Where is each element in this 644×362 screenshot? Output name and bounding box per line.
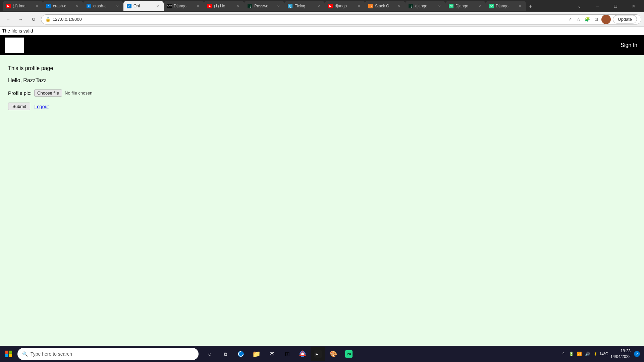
tab-label-10: Stack O	[375, 4, 394, 8]
tab-favicon-6: ▶	[207, 4, 212, 8]
browser-tab-2[interactable]: e crash-c ✕	[43, 1, 83, 11]
url-text: 127.0.0.1:8000	[53, 17, 82, 22]
window-controls: ⌄ ─ □ ✕	[572, 1, 641, 11]
browser-tab-8[interactable]: Q Fixing ✕	[284, 1, 325, 11]
tray-chevron[interactable]: ^	[560, 351, 567, 357]
profile-pic-label: Profile pic:	[8, 90, 32, 96]
tab-favicon-11: dj	[409, 4, 413, 8]
page-content: The file is valid Sign In This is profil…	[0, 27, 644, 346]
tab-close-3[interactable]: ✕	[115, 3, 120, 9]
update-button[interactable]: Update	[613, 15, 637, 23]
favorites-icon[interactable]: ☆	[575, 16, 582, 23]
share-icon[interactable]: ↗	[567, 16, 573, 23]
tab-close-7[interactable]: ✕	[276, 3, 281, 9]
browser-tab-4[interactable]: e Oni ✕	[123, 1, 164, 11]
tray-weather-temp: 14°C	[600, 351, 607, 357]
tab-label-5: Django	[174, 4, 193, 8]
taskbar-pycharm[interactable]: PC	[341, 347, 356, 361]
browser-tab-3[interactable]: e crash-c ✕	[83, 1, 123, 11]
tabs-row: ▶ (1) Ima ✕ e crash-c ✕ e crash-c ✕ e On…	[3, 1, 571, 11]
taskbar-edge-app[interactable]	[233, 347, 248, 361]
tab-favicon-4: e	[127, 4, 131, 8]
taskbar-search[interactable]: 🔍 Type here to search	[17, 348, 199, 360]
tab-label-13: Django	[496, 4, 515, 8]
tab-close-2[interactable]: ✕	[74, 3, 80, 9]
profile-pic-row: Profile pic: Choose file No file chosen	[8, 89, 636, 97]
profile-avatar[interactable]	[601, 15, 611, 24]
tab-favicon-8: Q	[288, 4, 292, 8]
browser-tab-7[interactable]: dj Passwo ✕	[244, 1, 284, 11]
site-logo	[5, 38, 24, 53]
tray-volume[interactable]: 🔊	[584, 351, 591, 357]
browser-tab-11[interactable]: dj django ✕	[405, 1, 445, 11]
tab-close-4[interactable]: ✕	[155, 3, 160, 9]
tray-clock[interactable]: 19:23 14/04/2022	[608, 348, 633, 360]
protocol-icon: 🔒	[45, 17, 51, 22]
svg-rect-0	[5, 351, 8, 354]
minimize-button[interactable]: ─	[590, 1, 605, 11]
taskbar-paint[interactable]: 🎨	[326, 347, 341, 361]
site-navbar: Sign In	[0, 35, 644, 55]
tab-label-4: Oni	[133, 4, 153, 8]
tab-favicon-9: ▶	[328, 4, 333, 8]
taskbar-mail[interactable]: ✉	[264, 347, 279, 361]
extensions-icon[interactable]: 🧩	[584, 16, 591, 23]
address-bar: ← → ↻ 🔒 127.0.0.1:8000 ↗ ☆ 🧩 ⊡ Update	[0, 12, 644, 27]
forward-button[interactable]: →	[15, 14, 26, 25]
back-button[interactable]: ←	[3, 14, 13, 25]
tab-label-6: (1) Ho	[214, 4, 233, 8]
notification-badge[interactable]: 2	[634, 351, 640, 357]
tab-close-10[interactable]: ✕	[396, 3, 402, 9]
tab-close-5[interactable]: ✕	[195, 3, 201, 9]
url-bar[interactable]: 🔒 127.0.0.1:8000 ↗ ☆ 🧩 ⊡ Update	[41, 14, 641, 24]
choose-file-button[interactable]: Choose file	[34, 89, 62, 97]
tab-label-3: crash-c	[93, 4, 113, 8]
tray-battery[interactable]: 🔋	[568, 351, 575, 357]
logout-link[interactable]: Logout	[34, 104, 49, 109]
sign-in-link[interactable]: Sign In	[621, 42, 637, 48]
tab-close-11[interactable]: ✕	[437, 3, 442, 9]
tray-weather[interactable]: ☀	[592, 351, 599, 357]
maximize-button[interactable]: □	[608, 1, 623, 11]
browser-tab-1[interactable]: ▶ (1) Ima ✕	[3, 1, 43, 11]
tab-close-6[interactable]: ✕	[235, 3, 241, 9]
browser-tab-5[interactable]: DEV Django ✕	[164, 1, 204, 11]
svg-rect-3	[9, 354, 12, 357]
taskbar-chrome[interactable]	[295, 347, 310, 361]
tab-label-9: django	[335, 4, 354, 8]
title-bar: ▶ (1) Ima ✕ e crash-c ✕ e crash-c ✕ e On…	[0, 0, 644, 12]
start-button[interactable]	[1, 347, 16, 361]
taskbar-cortana[interactable]: ○	[203, 347, 217, 361]
taskbar-terminal[interactable]: ▶	[311, 347, 325, 361]
close-button[interactable]: ✕	[626, 1, 641, 11]
tab-label-12: Django	[455, 4, 475, 8]
show-tabs-button[interactable]: ⌄	[572, 1, 587, 11]
tab-close-13[interactable]: ✕	[517, 3, 523, 9]
taskbar-store[interactable]: ⊞	[280, 347, 294, 361]
url-bar-icons: ↗ ☆ 🧩 ⊡ Update	[567, 15, 637, 24]
taskbar-file-explorer[interactable]: 📁	[249, 347, 264, 361]
browser-tab-10[interactable]: S Stack O ✕	[365, 1, 405, 11]
svg-rect-2	[5, 354, 8, 357]
tab-close-8[interactable]: ✕	[316, 3, 321, 9]
tab-close-12[interactable]: ✕	[477, 3, 482, 9]
browser-tab-13[interactable]: PC Django ✕	[486, 1, 526, 11]
browser-tab-9[interactable]: ▶ django ✕	[325, 1, 365, 11]
tray-network[interactable]: 📶	[576, 351, 583, 357]
browser-tab-12[interactable]: PC Django ✕	[445, 1, 486, 11]
browser-tab-6[interactable]: ▶ (1) Ho ✕	[204, 1, 244, 11]
tab-label-8: Fixing	[294, 4, 314, 8]
no-file-chosen-text: No file chosen	[65, 90, 92, 96]
new-tab-button[interactable]: +	[526, 2, 535, 11]
split-view-icon[interactable]: ⊡	[593, 16, 599, 23]
greeting-text: Hello, RazzTazz	[8, 77, 636, 83]
reload-button[interactable]: ↻	[28, 14, 39, 25]
tab-favicon-3: e	[87, 4, 91, 8]
tab-favicon-1: ▶	[6, 4, 11, 8]
tab-close-1[interactable]: ✕	[34, 3, 40, 9]
profile-page-text: This is profile page	[8, 65, 636, 71]
taskbar-task-view[interactable]: ⧉	[218, 347, 233, 361]
submit-button[interactable]: Submit	[8, 103, 30, 110]
tab-close-9[interactable]: ✕	[356, 3, 362, 9]
tab-favicon-7: dj	[248, 4, 252, 8]
